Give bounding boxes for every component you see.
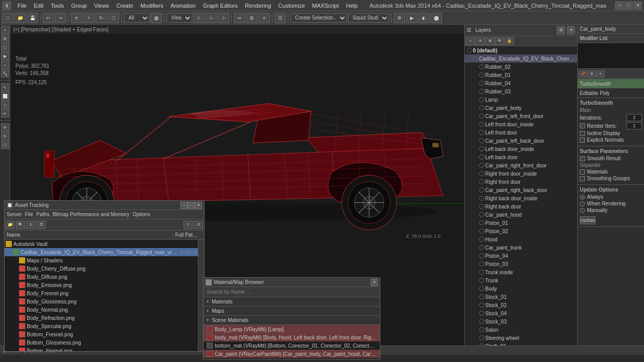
asset-tb-1[interactable]: 📁 xyxy=(6,221,15,229)
material-item[interactable]: Car_paint (VRayCarPaintMtl) [Car_paint_b… xyxy=(204,350,380,358)
asset-item[interactable]: Body_Cherry_Diffuse.png xyxy=(5,264,198,273)
layer-item[interactable]: Stock_02 xyxy=(465,301,577,309)
mod-pin-btn[interactable]: 📌 xyxy=(579,70,587,78)
render-iters-checkbox[interactable]: ✓ xyxy=(580,123,585,128)
tool-cursor[interactable]: ↖ xyxy=(1,83,9,91)
when-rendering-radio[interactable] xyxy=(580,201,585,206)
asset-item[interactable]: Bottom_Glossiness.png xyxy=(5,338,198,347)
tool-lasso[interactable]: ◇ xyxy=(1,101,9,109)
tool-motion[interactable]: ▶ xyxy=(1,52,9,60)
menu-item-edit[interactable]: Edit xyxy=(31,2,47,10)
layer-item[interactable]: Right back door xyxy=(465,202,577,211)
layer-item[interactable]: Stock_04 xyxy=(465,309,577,317)
asset-tb-3[interactable]: ↻ xyxy=(26,221,35,229)
layer-item[interactable]: 0 (default) xyxy=(465,46,577,54)
layer-item[interactable]: Rubber_04 xyxy=(465,79,577,87)
tb-undo[interactable]: ↩ xyxy=(43,13,54,23)
asset-tb-refresh[interactable]: ↺ xyxy=(194,221,203,229)
material-search[interactable]: Search by Name ... xyxy=(204,287,380,297)
scene-materials-section[interactable]: ▼ Scene Materials xyxy=(204,316,380,325)
tb-scale[interactable]: ⬡ xyxy=(108,13,119,23)
asset-close-btn[interactable]: ✕ xyxy=(195,202,202,209)
layer-item[interactable]: Trunk inside xyxy=(465,268,577,276)
asset-menu-server[interactable]: Server xyxy=(7,212,22,217)
render-iters-input[interactable] xyxy=(627,122,642,129)
menu-item-graph-editors[interactable]: Graph Editors xyxy=(200,2,241,10)
tb-select-by-name[interactable]: ▦ xyxy=(151,13,162,23)
layer-item[interactable]: Left back door xyxy=(465,153,577,161)
materials-section[interactable]: ▼ Materials xyxy=(204,297,380,307)
asset-tb-2[interactable]: 🔍 xyxy=(16,221,25,229)
layer-item[interactable]: Shaft_02 xyxy=(465,342,577,346)
layer-item[interactable]: Rubber_02 xyxy=(465,63,577,71)
tb-mirror[interactable]: ⇔ xyxy=(234,13,245,23)
minimize-btn[interactable]: ─ xyxy=(615,2,623,10)
tb-select[interactable]: ✛ xyxy=(71,13,82,23)
tb-snap3[interactable]: ⊹ xyxy=(218,13,229,23)
always-radio[interactable]: ● xyxy=(580,195,585,200)
tb-move[interactable]: + xyxy=(83,13,95,23)
layer-item[interactable]: Piston_02 xyxy=(465,227,577,235)
menu-item-modifiers[interactable]: Modifiers xyxy=(137,2,167,10)
maximize-btn[interactable]: □ xyxy=(624,2,633,10)
tb-new[interactable]: □ xyxy=(2,13,13,23)
layer-item[interactable]: Car_paint_hood xyxy=(465,211,577,219)
modifier-item-turbosmooth[interactable]: TurboSmooth xyxy=(578,79,644,88)
asset-list[interactable]: Autodesk VaultCadilac_Escalade_IQ_EV_Bla… xyxy=(5,240,198,351)
close-btn[interactable]: ✕ xyxy=(634,2,642,10)
asset-menu-bitmap[interactable]: Bitmap Performance and Memory xyxy=(52,212,130,217)
asset-minimize-btn[interactable]: ─ xyxy=(180,202,188,209)
layers-close-btn[interactable]: ✕ xyxy=(567,26,575,34)
layer-item[interactable]: Left front door_inside xyxy=(465,120,577,128)
layer-item[interactable]: Car_paint_trunk xyxy=(465,243,577,252)
asset-item[interactable]: Body_Refraction.png xyxy=(5,314,198,322)
layer-item[interactable]: Piston_03 xyxy=(465,260,577,268)
explicit-normals-checkbox[interactable] xyxy=(580,138,585,143)
layer-item[interactable]: Salon xyxy=(465,326,577,334)
smoothing-groups-checkbox[interactable] xyxy=(580,176,585,181)
layer-item[interactable]: Car_paint_right_front_door xyxy=(465,161,577,169)
layer-item[interactable]: Trunk xyxy=(465,276,577,284)
material-item[interactable]: salon_mat (VRayMtl) [Left back door_insi… xyxy=(204,358,380,359)
tb-align[interactable]: ≡ xyxy=(259,13,270,23)
tb-render-setup[interactable]: ⚙ xyxy=(394,13,405,23)
asset-item[interactable]: Autodesk Vault xyxy=(5,240,198,248)
selection-filter[interactable]: All xyxy=(124,13,150,23)
tb-redo[interactable]: ↪ xyxy=(55,13,66,23)
layer-item[interactable]: Car_paint_left_front_door xyxy=(465,112,577,120)
tb-snap[interactable]: ⊹ xyxy=(193,13,205,23)
tool-paint[interactable]: ✏ xyxy=(1,109,9,118)
mod-configure-btn[interactable]: ⚙ xyxy=(587,70,596,78)
layers-add-btn[interactable]: + xyxy=(466,37,475,45)
asset-item[interactable]: Body_Specular.png xyxy=(5,322,198,330)
tool-modify[interactable]: ⚙ xyxy=(1,34,9,43)
asset-tb-help[interactable]: ? xyxy=(183,221,193,229)
menu-item-maxscript[interactable]: MAXScript xyxy=(309,2,342,10)
asset-menu-paths[interactable]: Paths xyxy=(36,212,50,217)
tool-rotate[interactable]: ↻ xyxy=(1,132,9,140)
layers-lock-btn[interactable]: 🔒 xyxy=(505,37,514,45)
layers-settings-btn[interactable]: ⚙ xyxy=(557,26,565,34)
maps-section[interactable]: ▼ Maps xyxy=(204,307,380,316)
material-item[interactable]: body_mat (VRayMtl) [Body, Hood, Left bac… xyxy=(204,333,380,341)
asset-item[interactable]: Body_Diffuse.png xyxy=(5,273,198,281)
layer-item[interactable]: Car_paint_right_back_door xyxy=(465,186,577,194)
layer-item[interactable]: Hood xyxy=(465,235,577,243)
squid-studio-dropdown[interactable]: Squid Studio V xyxy=(348,13,389,23)
layer-item[interactable]: Left back door_inside xyxy=(465,145,577,153)
menu-item-animation[interactable]: Animation xyxy=(168,2,199,10)
tool-utilities[interactable]: 🔧 xyxy=(1,69,9,78)
materials-checkbox[interactable] xyxy=(580,169,585,175)
layer-item[interactable]: Right front door xyxy=(465,178,577,186)
layer-item[interactable]: Right front door_inside xyxy=(465,169,577,178)
tool-create[interactable]: + xyxy=(1,26,9,34)
layer-item[interactable]: Car_paint_left_back_door xyxy=(465,137,577,145)
mod-more-btn[interactable]: ≡ xyxy=(596,70,604,78)
tb-active-shade[interactable]: ◐ xyxy=(418,13,430,23)
asset-item[interactable]: Body_Fresnel.png xyxy=(5,289,198,297)
tb-open[interactable]: 📁 xyxy=(14,13,26,23)
layer-item[interactable]: Steering wheel xyxy=(465,334,577,342)
asset-item[interactable]: Body_Normal.png xyxy=(5,306,198,314)
tool-select[interactable]: ⬜ xyxy=(1,92,9,100)
tb-mat-editor[interactable]: ⬤ xyxy=(431,13,442,23)
